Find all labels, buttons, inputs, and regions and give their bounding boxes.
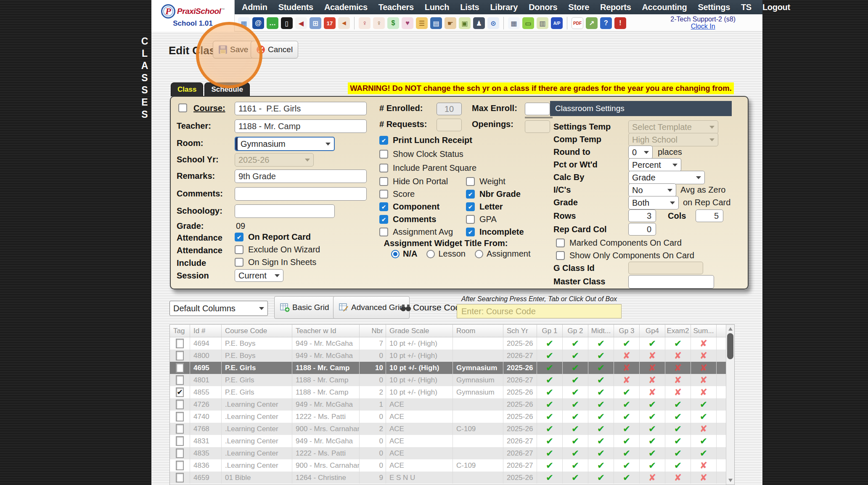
tag-checkbox[interactable]: [176, 351, 184, 360]
cell-gp4-check-icon[interactable]: ✔: [640, 337, 665, 350]
checkbox-row-score[interactable]: Score: [379, 189, 466, 199]
cell-gp2-check-icon[interactable]: ✔: [563, 459, 588, 472]
cell-gp1-check-icon[interactable]: ✔: [537, 447, 563, 459]
cell-sum-x-icon[interactable]: ✘: [691, 374, 717, 386]
grid-row-4694[interactable]: 4694P.E. Boys949 - Mr. McGaha710 pt +/- …: [170, 337, 727, 350]
cell-midterm-check-icon[interactable]: ✔: [588, 374, 614, 386]
checkbox-include-parent-square[interactable]: [379, 164, 388, 172]
course-input[interactable]: [235, 102, 367, 115]
grid-header-exam2[interactable]: Exam2: [665, 325, 691, 337]
cell-tag[interactable]: [170, 411, 190, 423]
cell-sum-x-icon[interactable]: ✘: [691, 350, 717, 362]
cell-sum-check-icon[interactable]: ✔: [691, 398, 717, 411]
checkbox-row-weight[interactable]: Weight: [466, 177, 553, 186]
nav-item-store[interactable]: Store: [563, 3, 595, 12]
cell-exam2-check-icon[interactable]: ✔: [665, 447, 691, 459]
remarks-input[interactable]: [235, 170, 367, 183]
cell-tag[interactable]: [170, 423, 190, 435]
cell-gp4-x-icon[interactable]: ✘: [640, 362, 665, 374]
family-icon[interactable]: ♥: [402, 17, 413, 29]
clock-in-link[interactable]: Clock In: [670, 23, 736, 30]
tab-schedule[interactable]: Schedule: [204, 82, 250, 96]
nav-item-reports[interactable]: Reports: [595, 3, 636, 12]
lunch-icon[interactable]: ☰: [416, 17, 428, 29]
scrollbar-up-arrow[interactable]: [728, 327, 733, 331]
course-code-search-input[interactable]: [457, 304, 622, 318]
photo-icon[interactable]: ▣: [459, 17, 471, 29]
cell-midterm-check-icon[interactable]: ✔: [588, 350, 614, 362]
rep-card-col-input[interactable]: [628, 223, 656, 236]
school-yr-select[interactable]: 2025-26: [235, 153, 314, 167]
cell-midterm-check-icon[interactable]: ✔: [588, 447, 614, 459]
attendance-on-report-card[interactable]: On Report Card: [235, 232, 311, 242]
g-class-id-input[interactable]: [628, 262, 703, 274]
grid-row-4740[interactable]: 4740.Learning Center1222 - Ms. Patti0ACE…: [170, 411, 727, 423]
show-only-components-checkbox[interactable]: [556, 251, 565, 260]
cell-gp2-check-icon[interactable]: ✔: [563, 447, 588, 459]
megaphone-icon[interactable]: ◄: [338, 17, 350, 29]
cell-midterm-check-icon[interactable]: ✔: [588, 459, 614, 472]
cell-tag[interactable]: [170, 435, 190, 447]
grid-header-nbr[interactable]: Nbr: [360, 325, 386, 337]
cell-exam2-x-icon[interactable]: ✘: [665, 350, 691, 362]
attendance-exclude-on-wizard[interactable]: Exclude On Wizard: [235, 245, 320, 254]
checkbox-row-show-clock-status[interactable]: Show Clock Status: [379, 149, 476, 159]
checkbox-letter[interactable]: [466, 202, 475, 211]
grid-header-room[interactable]: Room: [453, 325, 503, 337]
checkbox-show-clock-status[interactable]: [379, 150, 388, 159]
checkbox-row-component[interactable]: Component: [379, 202, 466, 212]
nav-item-students[interactable]: Students: [273, 3, 319, 12]
cell-gp3-check-icon[interactable]: ✔: [614, 398, 640, 411]
nav-item-lunch[interactable]: Lunch: [419, 3, 455, 12]
grid-header-grade-scale[interactable]: Grade Scale: [386, 325, 453, 337]
cell-gp1-check-icon[interactable]: ✔: [537, 398, 563, 411]
comp-temp-select[interactable]: High School: [628, 133, 718, 146]
cell-sum-x-icon[interactable]: ✘: [691, 459, 717, 472]
phone-icon[interactable]: ▯: [281, 17, 293, 29]
openings-input[interactable]: [525, 120, 550, 133]
nav-item-accounting[interactable]: Accounting: [636, 3, 692, 12]
save-button[interactable]: Save: [213, 41, 254, 58]
grid-row-4768[interactable]: 4768.Learning Center900 - Mrs. Carnahan2…: [170, 423, 727, 435]
cell-gp1-check-icon[interactable]: ✔: [537, 386, 563, 398]
requests-input[interactable]: [437, 119, 462, 131]
grid-scrollbar[interactable]: [726, 325, 734, 485]
tag-checkbox[interactable]: [176, 448, 184, 458]
cell-gp1-check-icon[interactable]: ✔: [537, 435, 563, 447]
tag-checkbox[interactable]: ✔: [176, 387, 184, 397]
cell-gp4-check-icon[interactable]: ✔: [640, 411, 665, 423]
cancel-button[interactable]: Cancel: [251, 41, 298, 58]
cell-gp4-check-icon[interactable]: ✔: [640, 435, 665, 447]
checkbox-print-lunch-receipt[interactable]: [379, 136, 388, 145]
cell-gp3-check-icon[interactable]: ✔: [614, 472, 640, 484]
spreadsheet-icon[interactable]: ▦: [508, 17, 520, 29]
scrollbar-down-arrow[interactable]: [728, 479, 733, 482]
radio-assignment[interactable]: Assignment: [475, 249, 531, 259]
cell-tag[interactable]: [170, 398, 190, 411]
nav-item-library[interactable]: Library: [484, 3, 523, 12]
cell-tag[interactable]: [170, 350, 190, 362]
cell-tag[interactable]: [170, 362, 190, 374]
cell-gp4-check-icon[interactable]: ✔: [640, 459, 665, 472]
cell-gp4-x-icon[interactable]: ✘: [640, 472, 665, 484]
chat-icon[interactable]: …: [267, 17, 278, 29]
cell-gp3-check-icon[interactable]: ✔: [614, 435, 640, 447]
radio-button-n-a[interactable]: [391, 250, 400, 258]
tag-checkbox[interactable]: [176, 339, 184, 348]
ap-icon[interactable]: A/P: [551, 17, 563, 29]
include-on-sign-in-sheets[interactable]: On Sign In Sheets: [235, 257, 316, 267]
calc-by-select[interactable]: Grade: [628, 171, 705, 184]
cell-tag[interactable]: [170, 447, 190, 459]
cell-gp2-check-icon[interactable]: ✔: [563, 423, 588, 435]
nav-item-admin[interactable]: Admin: [236, 3, 273, 12]
cell-tag[interactable]: [170, 472, 190, 484]
grid-header-teacher-w-id[interactable]: Teacher w Id: [292, 325, 360, 337]
checkbox-comments[interactable]: [379, 215, 388, 224]
pdf-icon[interactable]: PDF: [572, 17, 583, 29]
tag-checkbox[interactable]: [176, 436, 184, 446]
checkbox-assignment-avg[interactable]: [379, 228, 388, 236]
cell-tag[interactable]: ✔: [170, 386, 190, 398]
marked-components-row[interactable]: Marked Components On Card: [556, 238, 682, 248]
cell-gp2-check-icon[interactable]: ✔: [563, 350, 588, 362]
tag-checkbox[interactable]: [176, 424, 184, 434]
